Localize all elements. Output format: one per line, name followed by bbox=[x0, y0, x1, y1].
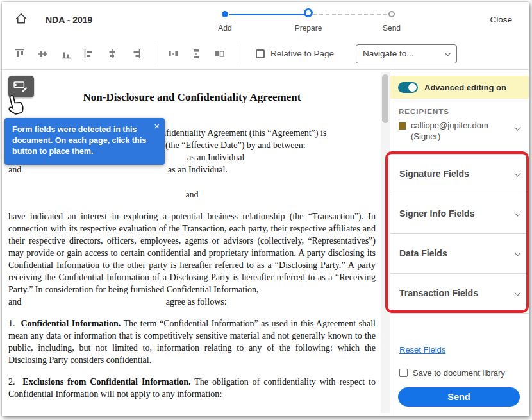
right-panel: Advanced editing on RECIPIENTS calliope@… bbox=[390, 71, 529, 416]
recipient-color-swatch bbox=[399, 122, 406, 130]
clause-1: 1. Confidential Information. The term “C… bbox=[8, 317, 376, 366]
section-label: Signer Info Fields bbox=[399, 208, 474, 219]
close-button[interactable]: Close bbox=[490, 15, 512, 24]
match-size-icon bbox=[213, 48, 225, 60]
document-heading: Non-Disclosure and Confidentiality Agree… bbox=[8, 91, 376, 103]
section-signer-info-fields[interactable]: Signer Info Fields bbox=[390, 194, 529, 234]
advanced-editing-label: Advanced editing on bbox=[424, 83, 506, 92]
agree-line: and agree as follows: bbox=[8, 296, 376, 308]
align-top-icon bbox=[14, 48, 26, 60]
clause-2: 2. Exclusions from Confidential Informat… bbox=[8, 376, 376, 400]
clause-1-number: 1. bbox=[8, 319, 15, 328]
distribute-vertical-icon bbox=[190, 48, 202, 60]
step-add-label: Add bbox=[218, 24, 231, 33]
chevron-down-icon bbox=[515, 210, 521, 217]
chevron-down-icon bbox=[515, 171, 521, 177]
recipient-email: calliope@jupiter.dom bbox=[411, 121, 524, 130]
field-sections: Signature Fields Signer Info Fields Data… bbox=[390, 154, 529, 314]
checkbox-box bbox=[399, 369, 408, 377]
step-prepare[interactable]: Prepare bbox=[283, 8, 334, 33]
toggle-knob bbox=[408, 83, 417, 92]
step-add-dot bbox=[222, 11, 228, 17]
align-bottom-icon bbox=[60, 48, 72, 60]
navigate-to-select[interactable]: Navigate to... bbox=[356, 44, 457, 63]
navigate-to-value: Navigate to... bbox=[363, 49, 414, 58]
align-bottom-button[interactable] bbox=[54, 44, 78, 64]
section-label: Data Fields bbox=[399, 248, 447, 258]
intro-line: nfidentiality Agreement (this “Agreement… bbox=[162, 127, 376, 139]
chevron-down-icon bbox=[445, 49, 451, 56]
recipients-heading: RECIPIENTS bbox=[399, 108, 449, 115]
step-send-label: Send bbox=[383, 24, 401, 33]
agree-and: and bbox=[8, 297, 21, 307]
send-button[interactable]: Send bbox=[398, 387, 520, 407]
clause-2-title: Exclusions from Confidential Information… bbox=[22, 377, 190, 387]
progress-stepper: Add Prepare Send bbox=[212, 10, 404, 35]
intro-line: and as an Individual. bbox=[8, 164, 376, 176]
save-to-library-label: Save to document library bbox=[413, 368, 505, 378]
top-bar: NDA - 2019 Add Prepare Send Close bbox=[2, 2, 529, 38]
document-area: Non-Disclosure and Confidentiality Agree… bbox=[2, 71, 390, 416]
relative-to-page-checkbox[interactable]: Relative to Page bbox=[256, 49, 334, 58]
recipient-row[interactable]: calliope@jupiter.dom (Signer) bbox=[399, 121, 524, 141]
align-middle-button[interactable] bbox=[31, 44, 54, 64]
form-fields-detected-tooltip: Form fields were detected in this docume… bbox=[4, 118, 165, 165]
align-right-icon bbox=[129, 48, 141, 60]
align-left-button[interactable] bbox=[78, 44, 101, 64]
align-left-icon bbox=[83, 48, 95, 60]
match-size-button[interactable] bbox=[208, 44, 231, 64]
section-transaction-fields[interactable]: Transaction Fields bbox=[390, 274, 529, 314]
save-to-library-checkbox[interactable]: Save to document library bbox=[399, 368, 505, 378]
scrollbar-thumb[interactable] bbox=[382, 74, 388, 123]
intro-individual: as an Individual. bbox=[168, 164, 228, 176]
field-toolbar: Relative to Page Navigate to... bbox=[2, 38, 529, 70]
section-label: Signature Fields bbox=[399, 169, 469, 179]
clause-1-title: Confidential Information. bbox=[21, 319, 121, 328]
chevron-down-icon bbox=[515, 290, 521, 296]
align-center-button[interactable] bbox=[101, 44, 124, 64]
align-top-button[interactable] bbox=[8, 44, 31, 64]
intro-line: as an Individual bbox=[187, 151, 376, 164]
intro-line: (the “Effective Date”) by and between: bbox=[165, 139, 376, 151]
clause-2-number: 2. bbox=[8, 377, 15, 387]
distribute-vertical-button[interactable] bbox=[185, 44, 208, 64]
relative-to-page-label: Relative to Page bbox=[270, 49, 334, 58]
tooltip-text: Form fields were detected in this docume… bbox=[12, 125, 146, 156]
home-icon bbox=[15, 12, 28, 25]
tooltip-close-button[interactable]: × bbox=[154, 121, 160, 131]
agree-text: agree as follows: bbox=[166, 297, 227, 307]
body-paragraph: have indicated an interest in exploring … bbox=[8, 210, 376, 296]
distribute-horizontal-button[interactable] bbox=[162, 44, 185, 64]
and-separator: and bbox=[8, 189, 376, 201]
step-add[interactable]: Add bbox=[199, 10, 251, 33]
document-scrollbar[interactable] bbox=[381, 72, 390, 413]
align-right-button[interactable] bbox=[124, 44, 147, 64]
chevron-down-icon bbox=[515, 250, 521, 256]
distribute-horizontal-icon bbox=[167, 48, 179, 60]
toolbar-separator bbox=[154, 46, 154, 62]
align-middle-icon bbox=[37, 48, 49, 60]
step-prepare-label: Prepare bbox=[295, 24, 322, 33]
document-title: NDA - 2019 bbox=[46, 15, 92, 25]
step-send-dot bbox=[388, 11, 395, 17]
step-send[interactable]: Send bbox=[366, 10, 417, 33]
step-prepare-dot bbox=[304, 8, 313, 17]
checkbox-box bbox=[256, 49, 265, 58]
advanced-editing-band: Advanced editing on bbox=[390, 76, 529, 99]
toolbar-separator bbox=[238, 46, 238, 62]
reset-fields-link[interactable]: Reset Fields bbox=[399, 345, 445, 355]
align-center-icon bbox=[106, 48, 118, 60]
recipient-role: (Signer) bbox=[411, 131, 524, 141]
home-button[interactable] bbox=[15, 12, 28, 27]
advanced-editing-toggle[interactable] bbox=[398, 82, 418, 93]
section-signature-fields[interactable]: Signature Fields bbox=[390, 155, 529, 194]
intro-and: and bbox=[8, 165, 21, 174]
section-label: Transaction Fields bbox=[399, 288, 478, 298]
app-window: NDA - 2019 Add Prepare Send Close bbox=[2, 2, 529, 416]
section-data-fields[interactable]: Data Fields bbox=[390, 234, 529, 274]
